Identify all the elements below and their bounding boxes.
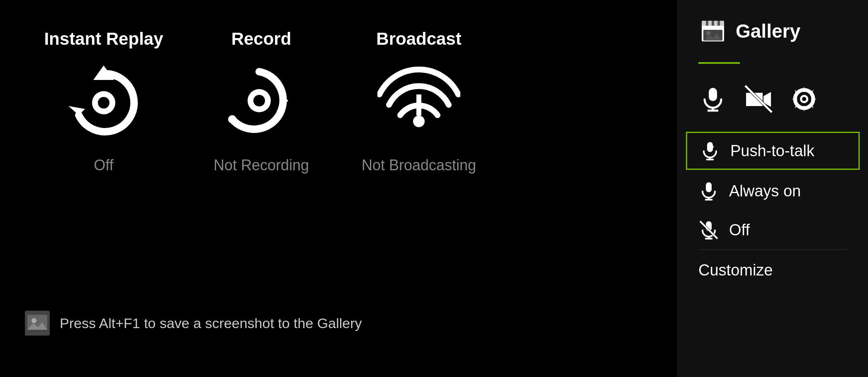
svg-point-11 [32, 318, 36, 323]
sidebar-menu: Push-to-talk Always on [678, 130, 868, 291]
settings-icon-btn[interactable] [790, 85, 819, 114]
broadcast-panel[interactable]: Broadcast Not Broadcasting [340, 21, 498, 182]
gallery-icon [698, 17, 727, 46]
customize-label: Customize [698, 261, 773, 279]
screenshot-hint-section: Press Alt+F1 to save a screenshot to the… [25, 311, 652, 360]
svg-point-32 [802, 97, 806, 101]
menu-item-off[interactable]: Off [678, 210, 868, 249]
gallery-label: Gallery [736, 20, 800, 42]
menu-item-customize[interactable]: Customize [678, 250, 868, 291]
always-on-mic-icon [698, 181, 719, 201]
svg-point-1 [98, 97, 109, 109]
menu-item-push-to-talk[interactable]: Push-to-talk [686, 132, 860, 170]
push-to-talk-icon [700, 140, 720, 161]
off-label: Off [729, 221, 750, 239]
svg-rect-18 [717, 21, 720, 26]
broadcast-title: Broadcast [376, 29, 461, 49]
push-to-talk-label: Push-to-talk [730, 142, 815, 160]
instant-replay-status: Off [94, 157, 113, 174]
gallery-section[interactable]: Gallery [678, 0, 868, 62]
svg-point-20 [706, 31, 710, 35]
sidebar: Gallery [677, 0, 868, 377]
instant-replay-panel[interactable]: Instant Replay Off [25, 21, 182, 182]
svg-rect-37 [706, 182, 712, 192]
svg-rect-17 [712, 21, 714, 26]
svg-rect-22 [709, 88, 717, 101]
record-title: Record [231, 29, 292, 49]
screenshot-icon [25, 311, 50, 336]
record-panel[interactable]: Record Not Recording [182, 21, 340, 182]
always-on-label: Always on [729, 182, 801, 200]
sidebar-accent-divider [698, 62, 740, 64]
main-area: Instant Replay Off Record [0, 0, 677, 377]
features-row: Instant Replay Off Record [25, 21, 652, 182]
svg-point-7 [413, 116, 425, 127]
broadcast-icon[interactable] [377, 61, 460, 144]
broadcast-status: Not Broadcasting [362, 157, 476, 174]
camera-off-icon-btn[interactable] [744, 85, 773, 114]
record-status: Not Recording [214, 157, 309, 174]
mic-off-icon [698, 220, 719, 240]
svg-rect-16 [706, 21, 708, 26]
sidebar-icons-row [678, 76, 868, 126]
instant-replay-icon[interactable] [62, 61, 145, 144]
microphone-icon-btn[interactable] [698, 85, 727, 114]
menu-item-always-on[interactable]: Always on [678, 172, 868, 210]
svg-point-4 [253, 95, 265, 106]
svg-point-6 [228, 115, 236, 123]
record-icon[interactable] [220, 61, 303, 144]
screenshot-hint-text: Press Alt+F1 to save a screenshot to the… [60, 315, 362, 331]
instant-replay-title: Instant Replay [44, 29, 163, 49]
